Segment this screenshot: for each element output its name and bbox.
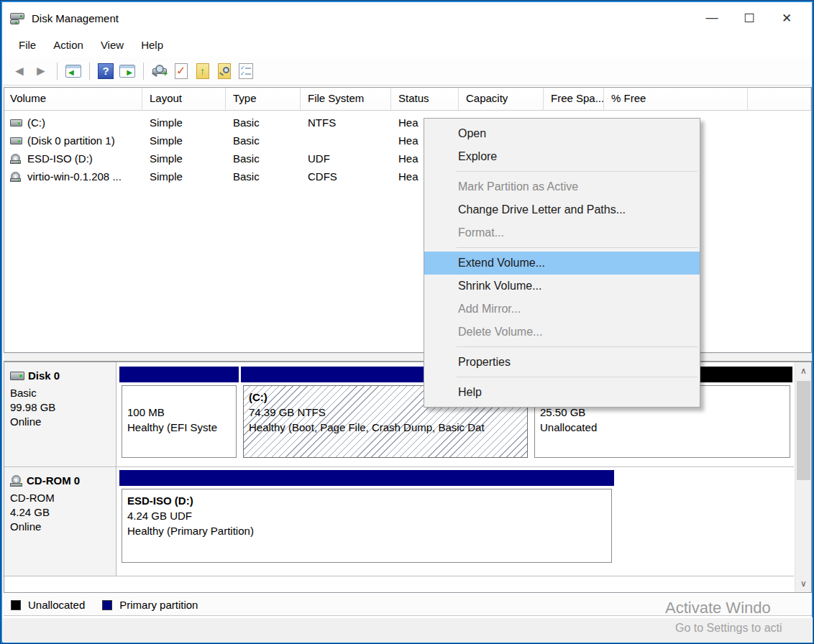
primary-partition-bar: [119, 470, 614, 486]
disk0-label[interactable]: Disk 0 Basic 99.98 GB Online: [4, 362, 116, 466]
menu-item-help[interactable]: Help: [424, 381, 700, 404]
menu-item-properties[interactable]: Properties: [424, 351, 700, 374]
menu-separator: [424, 344, 700, 351]
menu-separator: [424, 244, 700, 252]
column-header-volume[interactable]: Volume: [4, 88, 142, 111]
column-header-type[interactable]: Type: [226, 88, 301, 111]
toolbar-separator: [89, 63, 90, 80]
toolbar-separator: [143, 63, 144, 80]
maximize-button[interactable]: ☐: [731, 3, 768, 33]
close-button[interactable]: ✕: [768, 3, 805, 33]
document-check-icon[interactable]: ✓: [170, 61, 192, 81]
toolbar: ◄ ► ◀ ? ▶ + ✓ ↑ ✓✓: [3, 57, 811, 86]
menubar: File Action View Help: [3, 33, 811, 57]
toolbar-separator: [57, 63, 58, 80]
rescan-disks-icon[interactable]: +: [149, 61, 170, 81]
scroll-down-icon[interactable]: ∨: [795, 576, 812, 591]
folder-up-icon[interactable]: ↑: [192, 61, 214, 81]
column-header-percent-free[interactable]: % Free: [604, 88, 748, 111]
cdrom0-row: CD-ROM 0 CD-ROM 4.24 GB Online ESD-ISO (…: [4, 467, 794, 576]
back-icon[interactable]: ◄: [9, 61, 30, 81]
action-pane-icon[interactable]: ▶: [116, 61, 138, 81]
scrollbar-thumb[interactable]: [797, 381, 810, 480]
menu-item-open[interactable]: Open: [424, 122, 700, 145]
partition-efi[interactable]: 100 MBHealthy (EFI Syste: [119, 367, 239, 461]
drive-icon: [10, 119, 22, 126]
menu-view[interactable]: View: [92, 35, 132, 55]
menu-item-extend-volume[interactable]: Extend Volume...: [424, 252, 700, 275]
menu-item-mark-partition-active: Mark Partition as Active: [424, 175, 700, 198]
column-header-free-space[interactable]: Free Spa...: [544, 88, 604, 111]
legend-swatch-unallocated: [11, 600, 21, 610]
volume-list-header: Volume Layout Type File System Status Ca…: [4, 88, 811, 111]
cdrom0-label[interactable]: CD-ROM 0 CD-ROM 4.24 GB Online: [4, 467, 116, 576]
partition-d[interactable]: ESD-ISO (D:)4.24 GB UDFHealthy (Primary …: [119, 470, 614, 566]
console-tree-icon[interactable]: ◀: [63, 61, 84, 81]
menu-file[interactable]: File: [10, 35, 45, 55]
legend-label-primary: Primary partition: [119, 599, 198, 611]
column-header-empty: [748, 88, 811, 111]
help-icon[interactable]: ?: [95, 61, 116, 81]
menu-item-change-drive-letter[interactable]: Change Drive Letter and Paths...: [424, 198, 700, 221]
menu-separator: [424, 168, 700, 175]
cd-rom-icon: [10, 475, 23, 487]
menu-item-add-mirror: Add Mirror...: [424, 298, 700, 321]
menu-separator: [424, 374, 700, 381]
task-list-icon[interactable]: ✓✓: [235, 61, 257, 81]
minimize-button[interactable]: —: [693, 3, 731, 33]
legend-label-unallocated: Unallocated: [28, 599, 85, 611]
disk-management-window: Disk Management — ☐ ✕ File Action View H…: [0, 0, 814, 644]
drive-icon: [10, 137, 22, 144]
legend-swatch-primary: [102, 600, 112, 610]
window-title: Disk Management: [32, 12, 119, 24]
scroll-up-icon[interactable]: ∧: [795, 364, 812, 378]
folder-search-icon[interactable]: [214, 61, 235, 81]
menu-action[interactable]: Action: [45, 35, 92, 55]
cd-drive-icon: [10, 154, 22, 164]
forward-icon[interactable]: ►: [30, 61, 52, 81]
column-header-file-system[interactable]: File System: [301, 88, 391, 111]
vertical-scrollbar[interactable]: ∧ ∨: [795, 362, 811, 592]
status-bar: [3, 617, 813, 643]
menu-item-delete-volume: Delete Volume...: [424, 321, 700, 344]
partition-context-menu: Open Explore Mark Partition as Active Ch…: [424, 118, 700, 408]
column-header-status[interactable]: Status: [391, 88, 459, 111]
cd-drive-icon: [10, 172, 22, 182]
menu-help[interactable]: Help: [132, 35, 172, 55]
menu-item-shrink-volume[interactable]: Shrink Volume...: [424, 275, 700, 298]
titlebar: Disk Management — ☐ ✕: [3, 3, 811, 33]
legend-bar: Unallocated Primary partition: [4, 594, 812, 616]
column-header-layout[interactable]: Layout: [142, 88, 226, 111]
primary-partition-bar: [119, 367, 239, 382]
disk-management-app-icon: [10, 12, 26, 24]
menu-item-format: Format...: [424, 221, 700, 244]
column-header-capacity[interactable]: Capacity: [459, 88, 544, 111]
menu-item-explore[interactable]: Explore: [424, 145, 700, 168]
disk-icon: [10, 372, 24, 380]
